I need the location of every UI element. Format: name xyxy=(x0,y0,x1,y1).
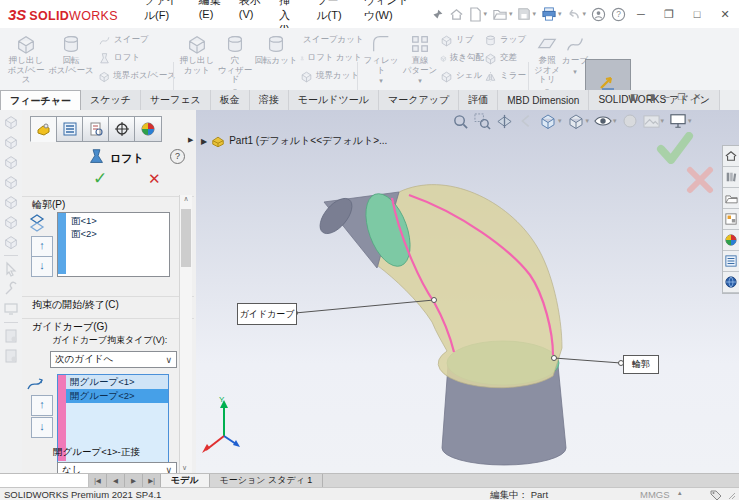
doc-restore-button[interactable]: ❐ xyxy=(677,92,685,102)
mirror-button[interactable]: ミラー xyxy=(484,67,530,85)
help-icon[interactable]: ? xyxy=(170,149,185,164)
chevron-down-icon[interactable]: ▾ xyxy=(418,76,422,86)
chevron-down-icon[interactable]: ▾ xyxy=(661,117,665,125)
chevron-down-icon[interactable]: ▾ xyxy=(509,10,513,18)
edit-appearance-icon[interactable] xyxy=(622,113,638,129)
view-settings-icon[interactable]: ▾ xyxy=(669,113,692,129)
lofted-cut-button[interactable]: ロフト カット xyxy=(300,49,362,67)
swept-cut-button[interactable]: スイープカット xyxy=(300,31,362,49)
display-style-icon[interactable]: ▾ xyxy=(567,112,590,130)
tag-icon[interactable] xyxy=(710,490,722,500)
scroll-down-icon[interactable]: ∨ xyxy=(182,464,187,472)
hole-wizard-button[interactable]: 穴 ウィザード ▾ xyxy=(216,31,254,95)
new-document-button[interactable]: ▾ xyxy=(468,6,488,23)
print-button[interactable]: ▾ xyxy=(540,6,563,22)
guide-list-item-selected[interactable]: 開グループ<2> xyxy=(66,389,168,403)
draft-button[interactable]: 抜き勾配 xyxy=(440,49,484,67)
previous-tab-button[interactable]: ◀ xyxy=(107,474,125,488)
appearances-icon[interactable] xyxy=(723,230,739,251)
first-tab-button[interactable]: |◀ xyxy=(89,474,107,488)
section-view-icon[interactable] xyxy=(496,113,513,130)
display-settings-icon[interactable] xyxy=(3,301,19,317)
view-cube-icon[interactable] xyxy=(3,154,19,170)
resize-grip[interactable] xyxy=(728,492,736,500)
zoom-area-icon[interactable] xyxy=(474,113,491,130)
chevron-down-icon[interactable]: ▾ xyxy=(586,117,590,125)
hide-show-items-icon[interactable]: ▾ xyxy=(594,114,617,128)
flyout-expand-icon[interactable]: ▶ xyxy=(188,136,193,144)
tab-sketch[interactable]: スケッチ xyxy=(81,90,141,110)
chevron-down-icon[interactable]: ▾ xyxy=(558,10,562,18)
pane-right-icon[interactable]: ◨ xyxy=(647,92,656,102)
units-caret-icon[interactable]: ▴ xyxy=(678,489,682,497)
guide-up-button[interactable]: ↑ xyxy=(31,395,53,416)
reference-geometry-button[interactable]: 参照 ジオメトリ ▾ xyxy=(532,31,562,95)
settings-icon[interactable] xyxy=(3,281,19,297)
breadcrumb-arrow-icon[interactable]: ▶ xyxy=(201,137,207,146)
loft-preview-body[interactable] xyxy=(378,185,562,388)
cancel-button[interactable]: ✕ xyxy=(148,170,161,188)
doc-close-button[interactable]: ✕ xyxy=(694,92,702,102)
view-cube-icon[interactable] xyxy=(3,174,19,190)
display-manager-tab[interactable] xyxy=(134,116,162,142)
wrap-button[interactable]: ラップ xyxy=(484,31,530,49)
fillet-button[interactable]: フィレット ▾ xyxy=(362,31,400,86)
scroll-up-icon[interactable]: ∧ xyxy=(183,195,188,202)
dimxpert-manager-tab[interactable] xyxy=(108,116,136,142)
home-icon[interactable] xyxy=(723,146,739,167)
profile-list-item[interactable]: 面<2> xyxy=(67,227,169,240)
sweep-button[interactable]: スイープ xyxy=(98,31,176,49)
next-tab-button[interactable]: ▶ xyxy=(125,474,143,488)
save-button[interactable]: ▾ xyxy=(516,6,537,22)
tab-sheet-metal[interactable]: 板金 xyxy=(211,90,250,110)
tab-mbd-dimension[interactable]: MBD Dimension xyxy=(498,90,589,110)
shell-button[interactable]: シェル xyxy=(440,67,484,85)
intersect-button[interactable]: 交差 xyxy=(484,49,530,67)
pin-icon[interactable] xyxy=(430,7,445,22)
tab-weldments[interactable]: 溶接 xyxy=(250,90,289,110)
breadcrumb[interactable]: ▶ Part1 (デフォルト<<デフォルト>... xyxy=(201,134,387,148)
profiles-listbox[interactable]: 面<1> 面<2> xyxy=(57,212,170,277)
select-arrow-icon[interactable] xyxy=(3,261,19,277)
chevron-down-icon[interactable]: ▾ xyxy=(573,67,577,77)
profile-list-item[interactable]: 面<1> xyxy=(67,214,169,227)
chevron-down-icon[interactable]: ▾ xyxy=(582,10,586,18)
sheet-icon[interactable] xyxy=(3,348,19,364)
tangency-type-dropdown[interactable]: なし ∨ xyxy=(57,462,177,473)
extruded-cut-button[interactable]: 押し出し カット xyxy=(178,31,216,75)
zoom-fit-icon[interactable] xyxy=(452,113,469,130)
previous-view-icon[interactable] xyxy=(518,113,534,129)
scrollbar-thumb[interactable] xyxy=(181,209,191,267)
ok-button[interactable]: ✓ xyxy=(93,168,107,189)
restore-button[interactable]: ❐ xyxy=(655,1,683,27)
revolved-boss-button[interactable]: 回転 ボス/ベース xyxy=(48,31,94,75)
move-down-button[interactable]: ↓ xyxy=(31,256,53,277)
start-end-section-header[interactable]: 拘束の開始/終了(C) ∨ xyxy=(22,296,194,312)
units-label[interactable]: MMGS xyxy=(640,489,670,500)
guide-down-button[interactable]: ↓ xyxy=(31,417,53,438)
revolved-cut-button[interactable]: 回転カット xyxy=(254,31,298,66)
chevron-down-icon[interactable]: ▾ xyxy=(379,76,383,86)
configuration-manager-tab[interactable] xyxy=(82,116,110,142)
close-button[interactable]: ✕ xyxy=(711,1,739,27)
tab-mold-tools[interactable]: モールドツール xyxy=(289,90,379,110)
chevron-down-icon[interactable]: ▾ xyxy=(532,10,536,18)
tab-markup[interactable]: マークアップ xyxy=(379,90,459,110)
custom-properties-icon[interactable] xyxy=(723,251,739,272)
boundary-cut-button[interactable]: 境界カット xyxy=(300,67,362,85)
forum-icon[interactable] xyxy=(723,272,739,293)
view-orientation-icon[interactable]: ▾ xyxy=(539,112,562,130)
chevron-down-icon[interactable]: ▾ xyxy=(688,117,692,125)
home-icon[interactable] xyxy=(448,6,465,23)
model-tab[interactable]: モデル xyxy=(161,474,210,488)
guide-curves-section-header[interactable]: ガイドカーブ(G) ∧ xyxy=(22,318,194,334)
tab-evaluate[interactable]: 評価 xyxy=(459,90,498,110)
rib-button[interactable]: リブ xyxy=(440,31,484,49)
profiles-section-header[interactable]: 輪郭(P) ∧ xyxy=(22,196,194,212)
linear-pattern-button[interactable]: 直線 パターン ▾ xyxy=(400,31,440,86)
guide-constraint-dropdown[interactable]: 次のガイドへ ∨ xyxy=(50,351,177,368)
doc-minimize-button[interactable]: ─ xyxy=(663,92,669,102)
feature-manager-tab[interactable] xyxy=(56,116,84,142)
confirm-ok-watermark[interactable] xyxy=(656,132,694,164)
property-manager-tab[interactable] xyxy=(30,116,58,142)
